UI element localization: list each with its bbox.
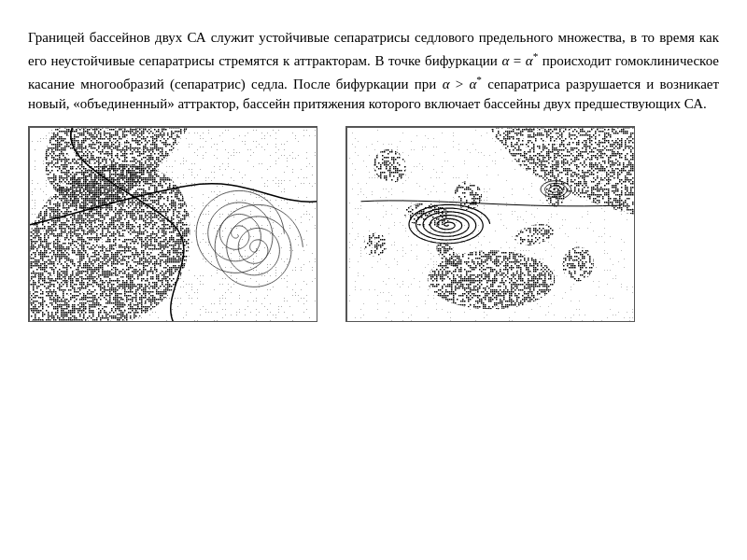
left-attractor-image <box>28 126 317 322</box>
paragraph-2: Границей бассейнов двух СА служит устойч… <box>28 28 719 115</box>
images-row <box>28 126 719 322</box>
page-content: Границей бассейнов двух СА служит устойч… <box>28 28 719 322</box>
right-attractor-image <box>345 126 635 322</box>
